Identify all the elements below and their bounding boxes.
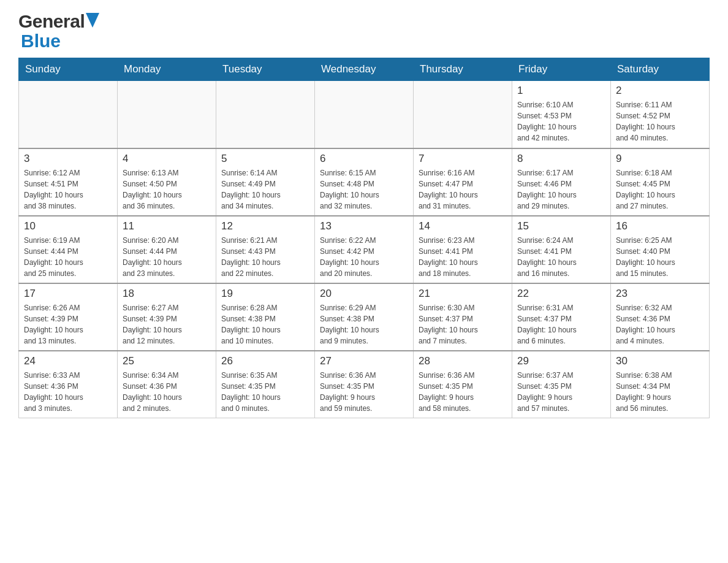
day-info: Sunrise: 6:18 AM Sunset: 4:45 PM Dayligh… [616,167,704,212]
calendar-cell: 16Sunrise: 6:25 AM Sunset: 4:40 PM Dayli… [611,216,710,283]
calendar-cell: 1Sunrise: 6:10 AM Sunset: 4:53 PM Daylig… [512,81,611,148]
day-number: 12 [221,220,309,232]
day-number: 28 [419,355,507,367]
day-number: 24 [24,355,112,367]
calendar-cell [118,81,216,148]
calendar-cell: 20Sunrise: 6:29 AM Sunset: 4:38 PM Dayli… [315,283,414,351]
day-number: 13 [320,220,408,232]
day-number: 1 [517,85,605,97]
calendar-cell: 6Sunrise: 6:15 AM Sunset: 4:48 PM Daylig… [315,148,414,216]
calendar-week-row: 3Sunrise: 6:12 AM Sunset: 4:51 PM Daylig… [19,148,710,216]
calendar-cell: 30Sunrise: 6:38 AM Sunset: 4:34 PM Dayli… [611,351,710,418]
day-number: 27 [320,355,408,367]
calendar-cell: 15Sunrise: 6:24 AM Sunset: 4:41 PM Dayli… [512,216,611,283]
calendar-cell: 23Sunrise: 6:32 AM Sunset: 4:36 PM Dayli… [611,283,710,351]
calendar-cell: 10Sunrise: 6:19 AM Sunset: 4:44 PM Dayli… [19,216,118,283]
day-number: 9 [616,153,704,165]
day-number: 20 [320,288,408,300]
day-number: 22 [517,288,605,300]
day-number: 21 [419,288,507,300]
weekday-header-wednesday: Wednesday [315,58,414,81]
day-number: 7 [419,153,507,165]
calendar-cell: 9Sunrise: 6:18 AM Sunset: 4:45 PM Daylig… [611,148,710,216]
day-info: Sunrise: 6:36 AM Sunset: 4:35 PM Dayligh… [320,370,408,414]
calendar-cell: 11Sunrise: 6:20 AM Sunset: 4:44 PM Dayli… [118,216,216,283]
calendar-table: SundayMondayTuesdayWednesdayThursdayFrid… [18,58,710,418]
calendar-cell: 22Sunrise: 6:31 AM Sunset: 4:37 PM Dayli… [512,283,611,351]
calendar-week-row: 10Sunrise: 6:19 AM Sunset: 4:44 PM Dayli… [19,216,710,283]
day-info: Sunrise: 6:31 AM Sunset: 4:37 PM Dayligh… [517,302,605,347]
calendar-cell: 17Sunrise: 6:26 AM Sunset: 4:39 PM Dayli… [19,283,118,351]
day-info: Sunrise: 6:36 AM Sunset: 4:35 PM Dayligh… [419,370,507,414]
day-number: 25 [123,355,211,367]
calendar-cell: 13Sunrise: 6:22 AM Sunset: 4:42 PM Dayli… [315,216,414,283]
day-info: Sunrise: 6:20 AM Sunset: 4:44 PM Dayligh… [123,235,211,279]
logo-general: General [18,12,85,31]
day-number: 4 [123,153,211,165]
day-info: Sunrise: 6:29 AM Sunset: 4:38 PM Dayligh… [320,302,408,347]
calendar-cell: 5Sunrise: 6:14 AM Sunset: 4:49 PM Daylig… [216,148,315,216]
day-info: Sunrise: 6:30 AM Sunset: 4:37 PM Dayligh… [419,302,507,347]
day-number: 18 [123,288,211,300]
calendar-cell: 8Sunrise: 6:17 AM Sunset: 4:46 PM Daylig… [512,148,611,216]
calendar-cell: 19Sunrise: 6:28 AM Sunset: 4:38 PM Dayli… [216,283,315,351]
calendar-cell: 3Sunrise: 6:12 AM Sunset: 4:51 PM Daylig… [19,148,118,216]
day-info: Sunrise: 6:14 AM Sunset: 4:49 PM Dayligh… [221,167,309,212]
day-info: Sunrise: 6:22 AM Sunset: 4:42 PM Dayligh… [320,235,408,279]
day-number: 23 [616,288,704,300]
day-info: Sunrise: 6:25 AM Sunset: 4:40 PM Dayligh… [616,235,704,279]
calendar-cell [216,81,315,148]
day-info: Sunrise: 6:28 AM Sunset: 4:38 PM Dayligh… [221,302,309,347]
calendar-cell [414,81,512,148]
day-number: 29 [517,355,605,367]
calendar-week-row: 1Sunrise: 6:10 AM Sunset: 4:53 PM Daylig… [19,81,710,148]
day-number: 5 [221,153,309,165]
day-info: Sunrise: 6:19 AM Sunset: 4:44 PM Dayligh… [24,235,112,279]
day-info: Sunrise: 6:34 AM Sunset: 4:36 PM Dayligh… [123,370,211,414]
calendar-cell: 29Sunrise: 6:37 AM Sunset: 4:35 PM Dayli… [512,351,611,418]
calendar-cell [19,81,118,148]
calendar-cell: 18Sunrise: 6:27 AM Sunset: 4:39 PM Dayli… [118,283,216,351]
logo: General Blue [18,12,99,52]
calendar-cell: 14Sunrise: 6:23 AM Sunset: 4:41 PM Dayli… [414,216,512,283]
calendar-cell: 7Sunrise: 6:16 AM Sunset: 4:47 PM Daylig… [414,148,512,216]
calendar-cell: 27Sunrise: 6:36 AM Sunset: 4:35 PM Dayli… [315,351,414,418]
page-header: General Blue [18,12,710,52]
day-info: Sunrise: 6:27 AM Sunset: 4:39 PM Dayligh… [123,302,211,347]
day-info: Sunrise: 6:32 AM Sunset: 4:36 PM Dayligh… [616,302,704,347]
day-info: Sunrise: 6:26 AM Sunset: 4:39 PM Dayligh… [24,302,112,347]
day-number: 15 [517,220,605,232]
day-info: Sunrise: 6:23 AM Sunset: 4:41 PM Dayligh… [419,235,507,279]
day-info: Sunrise: 6:38 AM Sunset: 4:34 PM Dayligh… [616,370,704,414]
calendar-cell: 4Sunrise: 6:13 AM Sunset: 4:50 PM Daylig… [118,148,216,216]
weekday-header-sunday: Sunday [19,58,118,81]
day-number: 26 [221,355,309,367]
day-number: 17 [24,288,112,300]
day-number: 8 [517,153,605,165]
calendar-cell: 21Sunrise: 6:30 AM Sunset: 4:37 PM Dayli… [414,283,512,351]
logo-triangle-icon [86,13,99,28]
calendar-cell: 12Sunrise: 6:21 AM Sunset: 4:43 PM Dayli… [216,216,315,283]
day-number: 14 [419,220,507,232]
day-info: Sunrise: 6:16 AM Sunset: 4:47 PM Dayligh… [419,167,507,212]
calendar-cell: 24Sunrise: 6:33 AM Sunset: 4:36 PM Dayli… [19,351,118,418]
day-number: 11 [123,220,211,232]
day-number: 19 [221,288,309,300]
day-info: Sunrise: 6:24 AM Sunset: 4:41 PM Dayligh… [517,235,605,279]
day-info: Sunrise: 6:13 AM Sunset: 4:50 PM Dayligh… [123,167,211,212]
calendar-cell: 26Sunrise: 6:35 AM Sunset: 4:35 PM Dayli… [216,351,315,418]
svg-marker-0 [86,13,99,28]
calendar-week-row: 24Sunrise: 6:33 AM Sunset: 4:36 PM Dayli… [19,351,710,418]
weekday-header-saturday: Saturday [611,58,710,81]
day-info: Sunrise: 6:37 AM Sunset: 4:35 PM Dayligh… [517,370,605,414]
day-info: Sunrise: 6:33 AM Sunset: 4:36 PM Dayligh… [24,370,112,414]
calendar-header-row: SundayMondayTuesdayWednesdayThursdayFrid… [19,58,710,81]
day-info: Sunrise: 6:21 AM Sunset: 4:43 PM Dayligh… [221,235,309,279]
day-number: 10 [24,220,112,232]
logo-blue-text: Blue [21,31,61,51]
day-info: Sunrise: 6:15 AM Sunset: 4:48 PM Dayligh… [320,167,408,212]
weekday-header-thursday: Thursday [414,58,512,81]
day-number: 3 [24,153,112,165]
calendar-cell: 25Sunrise: 6:34 AM Sunset: 4:36 PM Dayli… [118,351,216,418]
day-number: 16 [616,220,704,232]
